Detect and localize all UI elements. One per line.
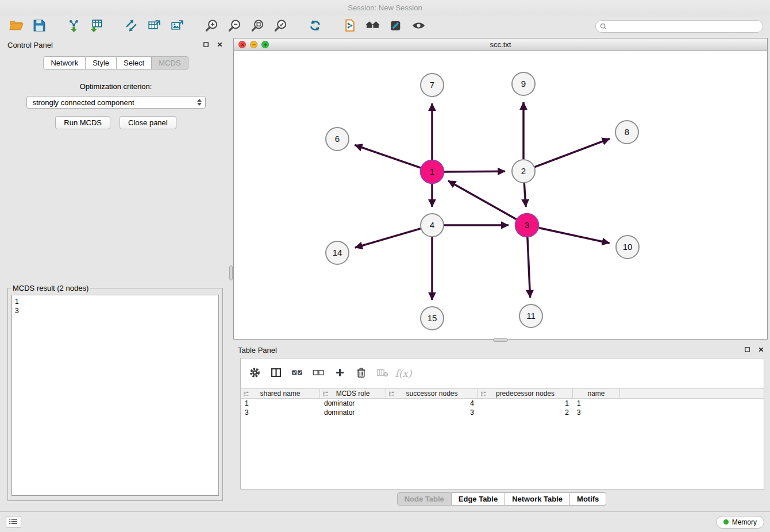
apply-layout-button[interactable] — [306, 18, 324, 35]
cell-predecessor-nodes[interactable]: 1 — [478, 399, 573, 407]
table-settings-button[interactable] — [247, 366, 263, 381]
run-mcds-button[interactable]: Run MCDS — [55, 116, 110, 129]
network-node-14[interactable]: 14 — [326, 241, 349, 264]
tab-motifs[interactable]: Motifs — [570, 492, 606, 506]
checked-boxes-icon — [291, 367, 303, 380]
cell-name[interactable]: 3 — [573, 408, 620, 417]
column-header-predecessor-nodes[interactable]: predecessor nodes — [478, 389, 573, 398]
save-session-button[interactable] — [30, 18, 48, 35]
horizontal-splitter-handle[interactable] — [493, 338, 508, 342]
close-table-panel-button[interactable] — [756, 345, 765, 354]
mcds-result-list[interactable]: 1 3 — [11, 295, 219, 496]
list-icon — [9, 518, 18, 527]
network-node-10[interactable]: 10 — [616, 236, 639, 259]
close-window-button[interactable] — [238, 41, 246, 48]
show-hide-button[interactable] — [409, 18, 428, 35]
open-session-button[interactable] — [7, 18, 25, 35]
table-row[interactable]: 3 dominator 3 2 3 — [241, 408, 764, 417]
cell-shared-name[interactable]: 3 — [241, 408, 320, 417]
export-table-button[interactable] — [145, 18, 163, 35]
zoom-selected-button[interactable] — [271, 18, 290, 35]
network-edge-1-6[interactable] — [355, 145, 421, 168]
cell-predecessor-nodes[interactable]: 2 — [478, 408, 573, 417]
column-header-successor-nodes[interactable]: successor nodes — [386, 389, 478, 398]
cell-successor-nodes[interactable]: 4 — [386, 399, 478, 407]
cell-successor-nodes[interactable]: 3 — [386, 408, 478, 417]
select-all-button[interactable] — [289, 366, 305, 381]
cell-mcds-role[interactable]: dominator — [320, 399, 386, 407]
plus-icon — [263, 43, 268, 47]
add-column-button[interactable] — [332, 366, 348, 381]
vertical-splitter-handle[interactable] — [229, 265, 233, 280]
function-builder-button[interactable]: f(x) — [395, 366, 411, 381]
toggle-panel-button[interactable] — [6, 516, 21, 528]
svg-text:3: 3 — [525, 220, 529, 230]
network-node-2[interactable]: 2 — [512, 160, 535, 183]
import-table-button[interactable] — [87, 18, 106, 35]
network-node-11[interactable]: 11 — [519, 304, 542, 327]
close-icon — [217, 41, 223, 49]
close-panel-button[interactable] — [215, 40, 224, 49]
float-table-panel-button[interactable] — [742, 345, 752, 354]
zoom-in-button[interactable] — [202, 18, 221, 35]
zoom-out-button[interactable] — [225, 18, 244, 35]
network-node-15[interactable]: 15 — [421, 307, 444, 330]
export-image-button[interactable] — [168, 18, 186, 35]
zoom-fit-icon — [251, 18, 265, 34]
tab-mcds[interactable]: MCDS — [152, 56, 188, 70]
search-input[interactable] — [595, 20, 763, 33]
delete-column-button[interactable] — [374, 366, 390, 381]
optimization-criterion-select[interactable]: strongly connected component — [26, 96, 206, 109]
import-group — [64, 18, 106, 35]
unchecked-boxes-icon — [313, 367, 325, 380]
network-edge-3-11[interactable] — [528, 237, 530, 298]
minimize-window-button[interactable] — [250, 41, 257, 48]
network-canvas[interactable]: 7968124314101511 — [234, 52, 767, 339]
network-edge-2-8[interactable] — [535, 138, 610, 167]
style-button[interactable] — [386, 18, 405, 35]
show-columns-button[interactable] — [268, 366, 284, 381]
close-panel-action-button[interactable]: Close panel — [120, 116, 176, 129]
import-network-button[interactable] — [64, 18, 83, 35]
network-edge-3-10[interactable] — [539, 228, 610, 244]
tab-node-table[interactable]: Node Table — [397, 492, 452, 506]
tab-network[interactable]: Network — [43, 56, 86, 70]
network-edge-2-3[interactable] — [524, 183, 526, 207]
zoom-fit-button[interactable] — [248, 18, 267, 35]
cell-shared-name[interactable]: 1 — [241, 399, 320, 407]
network-node-9[interactable]: 9 — [512, 72, 535, 95]
network-view-window: scc.txt 7968124314101511 — [233, 38, 768, 340]
deselect-all-button[interactable] — [310, 366, 326, 381]
network-edge-4-14[interactable] — [355, 229, 421, 248]
network-node-6[interactable]: 6 — [326, 128, 349, 151]
float-panel-button[interactable] — [201, 40, 210, 49]
export-network-button[interactable] — [122, 18, 140, 35]
cell-name[interactable]: 1 — [573, 399, 620, 407]
tab-style[interactable]: Style — [86, 56, 117, 70]
tab-select[interactable]: Select — [117, 56, 152, 70]
tab-edge-table[interactable]: Edge Table — [452, 492, 505, 506]
network-node-8[interactable]: 8 — [615, 121, 638, 144]
network-node-4[interactable]: 4 — [421, 214, 444, 237]
column-header-name[interactable]: name — [573, 389, 620, 398]
network-window-titlebar[interactable]: scc.txt — [234, 38, 767, 51]
column-header-shared-name[interactable]: shared name — [241, 389, 320, 398]
table-column-headers: shared name MCDS role successor nodes pr… — [241, 388, 764, 399]
table-toolbar: f(x) — [241, 358, 764, 388]
memory-button[interactable]: Memory — [716, 516, 764, 529]
maximize-window-button[interactable] — [261, 41, 269, 48]
network-node-1[interactable]: 1 — [421, 160, 444, 183]
function-icon: f(x) — [395, 368, 411, 379]
tab-network-table[interactable]: Network Table — [505, 492, 570, 506]
network-node-3[interactable]: 3 — [515, 214, 538, 237]
svg-text:15: 15 — [428, 313, 437, 323]
network-edge-3-1[interactable] — [448, 181, 517, 219]
home-button[interactable] — [363, 18, 382, 35]
column-header-mcds-role[interactable]: MCDS role — [320, 389, 386, 398]
table-row[interactable]: 1 dominator 4 1 1 — [241, 399, 764, 408]
delete-row-button[interactable] — [353, 366, 369, 381]
cell-mcds-role[interactable]: dominator — [320, 408, 386, 417]
export-web-button[interactable] — [340, 18, 359, 35]
network-node-7[interactable]: 7 — [421, 74, 444, 97]
network-edge-1-2[interactable] — [444, 171, 505, 172]
